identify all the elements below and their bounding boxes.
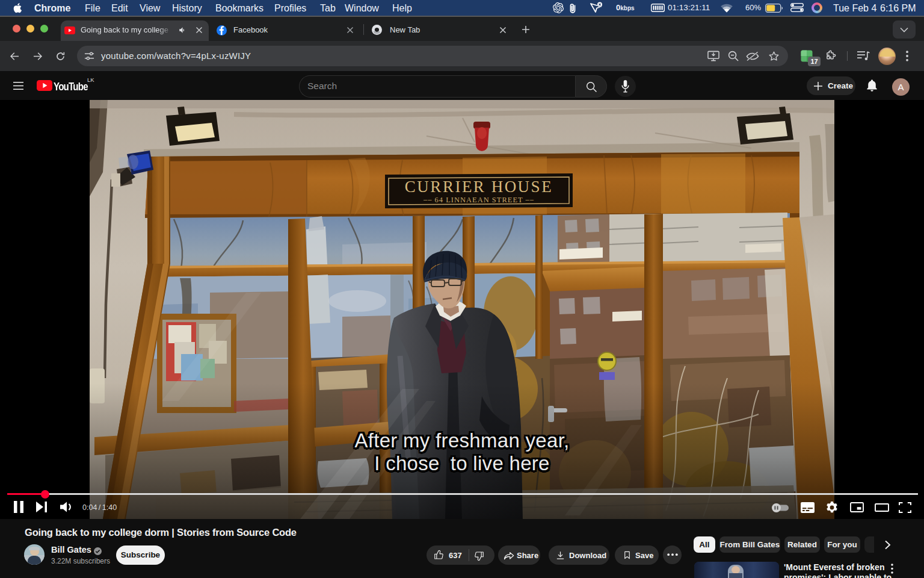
svg-text:CURRIER HOUSE: CURRIER HOUSE (405, 178, 553, 196)
svg-text:⎯⎯ 64 LINNAEAN STREET ⎯⎯: ⎯⎯ 64 LINNAEAN STREET ⎯⎯ (424, 196, 534, 204)
